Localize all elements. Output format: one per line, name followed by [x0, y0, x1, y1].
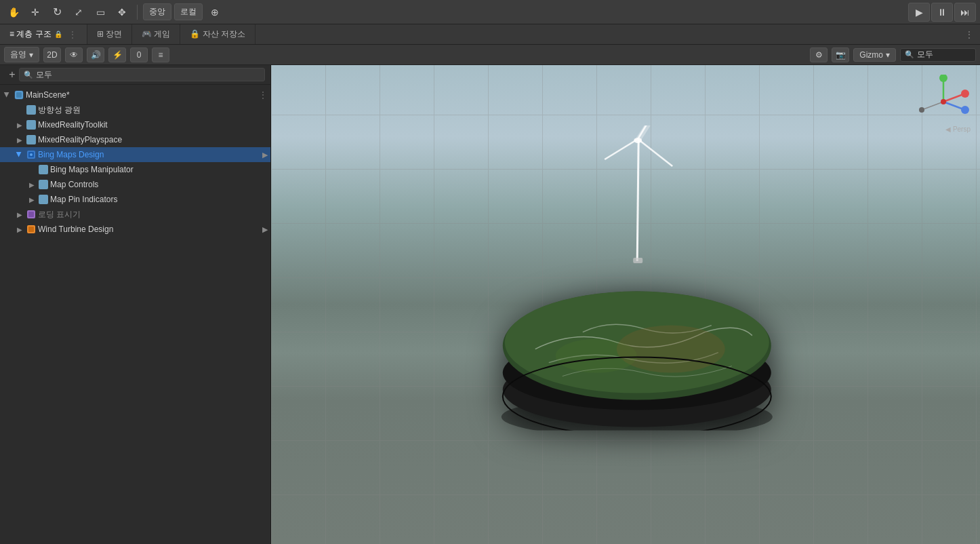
loading-arrow[interactable]: ▶ — [15, 210, 24, 219]
scale-tool[interactable]: ⤢ — [69, 3, 88, 22]
svg-point-28 — [941, 99, 946, 104]
center-label: 중앙 — [149, 6, 165, 18]
hierarchy-search[interactable]: 🔍 — [19, 68, 265, 81]
step-button[interactable]: ⏭ — [954, 3, 976, 22]
map-pin-label: Map Pin Indicators — [50, 195, 268, 204]
tab-more-icon: ⋮ — [965, 30, 973, 39]
move-icon[interactable]: ⊕ — [205, 3, 224, 22]
scene-tab[interactable]: ⊞ 장면 — [87, 24, 132, 44]
lock-icon: 🔒 — [54, 31, 62, 38]
viewport[interactable]: X ◀ Persp — [271, 65, 980, 544]
map-pin-icon — [38, 194, 49, 205]
tree-item-map-pin[interactable]: ▶ Map Pin Indicators — [0, 192, 270, 207]
gizmo-svg: X — [916, 75, 971, 129]
main-scene-more[interactable]: ⋮ — [258, 90, 268, 100]
game-tab-label: 🎮 게임 — [142, 28, 170, 40]
mrp-label: MixedRealityPlayspace — [38, 135, 268, 144]
audio-button[interactable]: 🔊 — [87, 47, 104, 62]
asset-store-tab[interactable]: 🔒 자산 저장소 — [180, 24, 256, 44]
rect-tool[interactable]: ▭ — [91, 3, 110, 22]
2d-button[interactable]: 2D — [43, 47, 61, 62]
search-icon: 🔍 — [905, 50, 914, 59]
tree-item-loading[interactable]: ▶ 로딩 표시기 — [0, 207, 270, 222]
layers-more-button[interactable]: ≡ — [152, 47, 169, 62]
main-scene-icon — [14, 90, 24, 100]
play-button[interactable]: ▶ — [908, 3, 930, 22]
hierarchy-search-input[interactable] — [36, 70, 260, 79]
effects-button[interactable]: ⚡ — [108, 47, 126, 62]
tab-more[interactable]: ⋮ — [958, 24, 980, 44]
scene-search-input[interactable] — [917, 50, 971, 60]
map-pin-arrow[interactable]: ▶ — [27, 195, 37, 204]
scene-search[interactable]: 🔍 — [900, 48, 976, 62]
svg-point-27 — [919, 107, 924, 113]
rotate-tool[interactable]: ↻ — [47, 3, 66, 22]
light-arrow — [15, 105, 24, 115]
svg-rect-6 — [28, 212, 34, 217]
light-icon — [26, 104, 37, 115]
wind-turbine-arrow[interactable]: ▶ — [15, 225, 24, 234]
tab-bar: ≡ 계층 구조 🔒 ⋮ ⊞ 장면 🎮 게임 🔒 자산 저장소 ⋮ — [0, 24, 980, 45]
bing-maps-arrow[interactable]: ▶ — [15, 150, 24, 159]
tree-item-bing-maps[interactable]: ▶ Bing Maps Design ▶ — [0, 147, 270, 162]
tree-item-map-controls[interactable]: ▶ Map Controls — [0, 177, 270, 192]
layers-button[interactable]: 0 — [130, 47, 148, 62]
wind-turbine-label: Wind Turbine Design — [38, 225, 261, 234]
shading-dropdown[interactable]: 음영 ▾ — [4, 47, 39, 62]
mrt-arrow[interactable]: ▶ — [15, 120, 24, 130]
camera-button[interactable]: 📷 — [832, 47, 849, 62]
shading-arrow: ▾ — [29, 50, 33, 60]
wind-turbine-icon — [26, 224, 37, 235]
hierarchy-menu-icon[interactable]: ⋮ — [68, 29, 77, 40]
svg-rect-8 — [28, 227, 34, 232]
manipulator-arrow — [27, 165, 37, 174]
svg-point-23 — [939, 75, 947, 82]
visibility-button[interactable]: 👁 — [65, 47, 83, 62]
mrp-arrow[interactable]: ▶ — [15, 135, 24, 144]
center-button[interactable]: 중앙 — [143, 3, 171, 20]
light-label: 방향성 광원 — [38, 104, 268, 116]
map-controls-arrow[interactable]: ▶ — [27, 180, 37, 189]
2d-label: 2D — [47, 50, 57, 60]
tree-item-bing-manipulator[interactable]: Bing Maps Manipulator — [0, 162, 270, 177]
separator-1 — [137, 5, 138, 20]
tree-item-mrp[interactable]: ▶ MixedRealityPlayspace — [0, 132, 270, 147]
hierarchy-tab-label: ≡ 계층 구조 — [9, 28, 52, 40]
scene-toolbar: 음영 ▾ 2D 👁 🔊 ⚡ 0 ≡ ⚙ 📷 Gizmo ▾ 🔍 — [0, 45, 980, 65]
map-controls-icon — [38, 179, 49, 190]
manipulator-icon — [38, 164, 49, 175]
hand-tool[interactable]: ✋ — [4, 3, 23, 22]
transform-tool[interactable]: ✥ — [113, 3, 131, 22]
mrp-icon — [26, 134, 37, 145]
add-item-button[interactable]: + — [5, 68, 19, 81]
local-button[interactable]: 로컬 — [174, 3, 203, 20]
move-tool[interactable]: ✛ — [26, 3, 45, 22]
hierarchy-tree: ▶ MainScene* ⋮ 방향성 광원 ▶ — [0, 85, 270, 544]
top-toolbar: ✋ ✛ ↻ ⤢ ▭ ✥ 중앙 로컬 ⊕ ▶ ⏸ ⏭ — [0, 0, 980, 24]
svg-text:X: X — [962, 92, 966, 98]
wind-turbine-arrow-right: ▶ — [262, 225, 268, 234]
tools-button[interactable]: ⚙ — [810, 47, 828, 62]
tree-item-light[interactable]: 방향성 광원 — [0, 102, 270, 117]
hierarchy-panel: + 🔍 ▶ MainScene* ⋮ — [0, 65, 271, 544]
pause-button[interactable]: ⏸ — [931, 3, 953, 22]
gizmo-arrow: ▾ — [886, 50, 890, 60]
svg-point-25 — [961, 106, 969, 114]
hierarchy-tab[interactable]: ≡ 계층 구조 🔒 ⋮ — [0, 24, 87, 44]
tree-item-wind-turbine[interactable]: ▶ Wind Turbine Design ▶ — [0, 222, 270, 237]
manipulator-label: Bing Maps Manipulator — [50, 165, 268, 174]
asset-store-tab-label: 🔒 자산 저장소 — [190, 28, 245, 40]
map-controls-label: Map Controls — [50, 180, 268, 189]
svg-rect-19 — [633, 258, 642, 263]
persp-arrow: ◀ — [945, 125, 953, 133]
play-controls: ▶ ⏸ ⏭ — [908, 3, 976, 22]
game-tab[interactable]: 🎮 게임 — [132, 24, 180, 44]
gizmo-dropdown[interactable]: Gizmo ▾ — [853, 48, 896, 62]
main-scene-arrow[interactable]: ▶ — [3, 90, 12, 100]
svg-rect-1 — [16, 92, 22, 98]
tree-item-main-scene[interactable]: ▶ MainScene* ⋮ — [0, 88, 270, 102]
bing-maps-icon — [26, 149, 37, 160]
tree-item-mrt[interactable]: ▶ MixedRealityToolkit — [0, 117, 270, 132]
hierarchy-search-icon: 🔍 — [24, 71, 33, 79]
loading-label: 로딩 표시기 — [38, 209, 268, 220]
